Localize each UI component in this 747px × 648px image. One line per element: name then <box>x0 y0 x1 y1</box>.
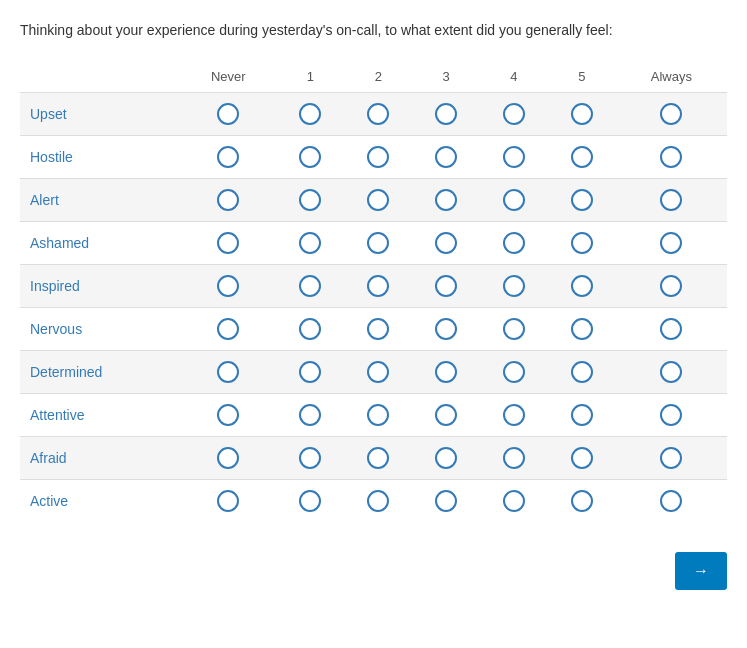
radio-option[interactable] <box>435 490 457 512</box>
radio-option[interactable] <box>503 232 525 254</box>
radio-cell <box>616 222 727 265</box>
radio-option[interactable] <box>435 189 457 211</box>
radio-option[interactable] <box>503 490 525 512</box>
radio-option[interactable] <box>217 490 239 512</box>
table-row: Attentive <box>20 394 727 437</box>
radio-option[interactable] <box>660 103 682 125</box>
table-row: Afraid <box>20 437 727 480</box>
radio-option[interactable] <box>299 103 321 125</box>
col-header-4: 4 <box>480 61 548 93</box>
radio-cell <box>548 265 616 308</box>
radio-option[interactable] <box>660 232 682 254</box>
col-header-3: 3 <box>412 61 480 93</box>
radio-option[interactable] <box>435 404 457 426</box>
radio-cell <box>616 308 727 351</box>
table-row: Ashamed <box>20 222 727 265</box>
radio-option[interactable] <box>660 189 682 211</box>
radio-option[interactable] <box>299 490 321 512</box>
radio-option[interactable] <box>217 146 239 168</box>
radio-option[interactable] <box>217 447 239 469</box>
radio-cell <box>616 136 727 179</box>
radio-cell <box>480 351 548 394</box>
radio-cell <box>277 308 345 351</box>
radio-option[interactable] <box>503 146 525 168</box>
radio-option[interactable] <box>503 318 525 340</box>
radio-cell <box>180 179 277 222</box>
radio-option[interactable] <box>660 361 682 383</box>
radio-option[interactable] <box>660 146 682 168</box>
radio-option[interactable] <box>571 318 593 340</box>
radio-option[interactable] <box>571 103 593 125</box>
col-header-1: 1 <box>277 61 345 93</box>
radio-cell <box>344 351 412 394</box>
radio-cell <box>616 265 727 308</box>
radio-cell <box>344 136 412 179</box>
radio-option[interactable] <box>299 189 321 211</box>
radio-option[interactable] <box>435 232 457 254</box>
radio-option[interactable] <box>571 361 593 383</box>
radio-option[interactable] <box>571 447 593 469</box>
radio-option[interactable] <box>503 361 525 383</box>
radio-cell <box>344 394 412 437</box>
radio-option[interactable] <box>299 318 321 340</box>
radio-option[interactable] <box>571 232 593 254</box>
radio-option[interactable] <box>571 275 593 297</box>
table-row: Inspired <box>20 265 727 308</box>
radio-option[interactable] <box>435 447 457 469</box>
radio-option[interactable] <box>367 103 389 125</box>
radio-option[interactable] <box>217 103 239 125</box>
radio-option[interactable] <box>367 232 389 254</box>
radio-option[interactable] <box>217 275 239 297</box>
radio-option[interactable] <box>299 404 321 426</box>
radio-option[interactable] <box>660 318 682 340</box>
table-row: Alert <box>20 179 727 222</box>
radio-cell <box>548 93 616 136</box>
radio-option[interactable] <box>367 146 389 168</box>
radio-option[interactable] <box>299 447 321 469</box>
radio-option[interactable] <box>571 146 593 168</box>
radio-option[interactable] <box>367 361 389 383</box>
radio-option[interactable] <box>503 189 525 211</box>
radio-option[interactable] <box>503 275 525 297</box>
radio-option[interactable] <box>217 361 239 383</box>
radio-option[interactable] <box>435 361 457 383</box>
radio-cell <box>616 437 727 480</box>
radio-option[interactable] <box>660 490 682 512</box>
radio-option[interactable] <box>571 189 593 211</box>
radio-cell <box>180 93 277 136</box>
radio-option[interactable] <box>367 404 389 426</box>
radio-option[interactable] <box>217 404 239 426</box>
radio-option[interactable] <box>299 361 321 383</box>
radio-option[interactable] <box>571 490 593 512</box>
radio-option[interactable] <box>367 490 389 512</box>
radio-option[interactable] <box>660 404 682 426</box>
radio-option[interactable] <box>217 189 239 211</box>
radio-option[interactable] <box>367 447 389 469</box>
radio-option[interactable] <box>503 103 525 125</box>
emotion-label: Afraid <box>20 437 180 480</box>
radio-option[interactable] <box>299 275 321 297</box>
radio-option[interactable] <box>367 189 389 211</box>
radio-option[interactable] <box>503 404 525 426</box>
radio-option[interactable] <box>435 103 457 125</box>
radio-cell <box>344 179 412 222</box>
radio-cell <box>344 265 412 308</box>
next-button[interactable]: → <box>675 552 727 590</box>
radio-option[interactable] <box>299 146 321 168</box>
radio-option[interactable] <box>435 146 457 168</box>
radio-cell <box>180 394 277 437</box>
radio-option[interactable] <box>217 232 239 254</box>
radio-option[interactable] <box>367 318 389 340</box>
table-row: Determined <box>20 351 727 394</box>
radio-option[interactable] <box>660 275 682 297</box>
radio-option[interactable] <box>660 447 682 469</box>
radio-option[interactable] <box>217 318 239 340</box>
radio-option[interactable] <box>571 404 593 426</box>
radio-option[interactable] <box>435 275 457 297</box>
radio-option[interactable] <box>435 318 457 340</box>
col-header-emotion <box>20 61 180 93</box>
radio-cell <box>412 265 480 308</box>
radio-option[interactable] <box>367 275 389 297</box>
radio-option[interactable] <box>503 447 525 469</box>
radio-option[interactable] <box>299 232 321 254</box>
